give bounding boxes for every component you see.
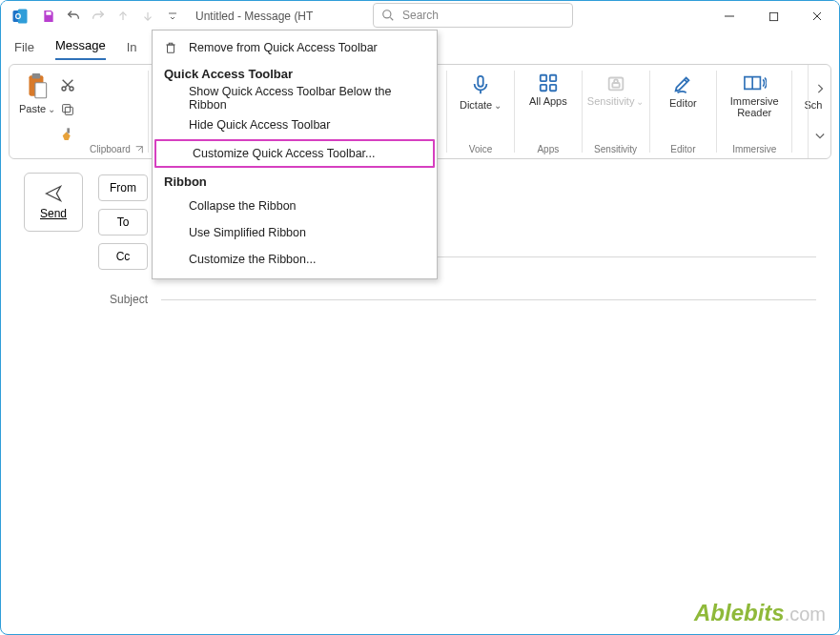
chevron-down-icon: ⌄ <box>48 104 55 114</box>
svg-rect-15 <box>478 76 483 87</box>
chevron-down-icon: ⌄ <box>494 100 502 111</box>
copy-icon[interactable] <box>57 99 78 120</box>
svg-rect-6 <box>32 73 41 78</box>
menu-item-collapse-ribbon[interactable]: Collapse the Ribbon <box>153 193 437 219</box>
group-label-sensitivity: Sensitivity <box>594 144 637 156</box>
svg-rect-10 <box>65 107 72 114</box>
ribbon-group-sensitivity: Sensitivity⌄ Sensitivity <box>583 65 649 158</box>
svg-rect-7 <box>35 83 47 98</box>
svg-rect-19 <box>550 85 556 91</box>
window-title: Untitled - Message (HT <box>195 10 313 23</box>
ribbon-group-voice: Dictate⌄ Voice <box>447 65 514 158</box>
cc-button[interactable]: Cc <box>98 243 148 270</box>
all-apps-button[interactable]: All Apps <box>522 69 574 107</box>
chevron-down-icon: ⌄ <box>636 96 644 107</box>
menu-item-customize-ribbon[interactable]: Customize the Ribbon... <box>153 246 437 273</box>
menu-item-hide-qat[interactable]: Hide Quick Access Toolbar <box>153 112 437 138</box>
ribbon-group-immersive: Immersive Reader Immersive <box>717 65 791 158</box>
ribbon-scroll-right-icon[interactable] <box>816 80 824 97</box>
group-label-clipboard: Clipboard <box>90 144 144 156</box>
svg-rect-4 <box>769 12 777 20</box>
tab-file[interactable]: File <box>14 40 34 60</box>
group-label-voice: Voice <box>469 144 492 156</box>
immersive-reader-button[interactable]: Immersive Reader <box>725 69 784 118</box>
subject-label: Subject <box>98 293 148 306</box>
svg-rect-18 <box>541 85 546 91</box>
send-label: Send <box>40 207 67 220</box>
cut-icon[interactable] <box>57 74 78 95</box>
clipboard-mini-buttons <box>57 69 78 145</box>
search-input[interactable]: Search <box>373 3 573 28</box>
minimize-button[interactable] <box>707 1 751 31</box>
svg-point-8 <box>62 87 66 91</box>
menu-header-qat: Quick Access Toolbar <box>153 61 437 85</box>
ribbon-group-apps: All Apps Apps <box>515 65 582 158</box>
quick-access-toolbar <box>37 5 184 28</box>
ribbon-group-editor: Editor Editor <box>649 65 716 158</box>
ribbon-group-clipboard: Paste⌄ <box>10 65 86 158</box>
undo-icon[interactable] <box>62 5 85 28</box>
watermark-suffix: .com <box>785 604 826 625</box>
redo-icon[interactable] <box>87 5 110 28</box>
outlook-compose-window: O Untitled - Message (HT <box>0 0 840 635</box>
down-arrow-icon <box>136 5 159 28</box>
send-button[interactable]: Send <box>24 173 83 232</box>
close-button[interactable] <box>795 1 839 31</box>
ribbon-collapse-icon[interactable] <box>815 127 825 144</box>
svg-rect-17 <box>550 75 556 81</box>
from-button[interactable]: From <box>98 174 148 201</box>
ribbon-overflow <box>808 65 830 158</box>
menu-item-simplified-ribbon[interactable]: Use Simplified Ribbon <box>153 219 437 246</box>
paste-button[interactable]: Paste⌄ <box>17 69 57 114</box>
menu-item-remove-from-qat[interactable]: Remove from Quick Access Toolbar <box>153 34 437 61</box>
tab-insert-truncated[interactable]: In <box>127 40 137 60</box>
trash-icon <box>162 41 179 54</box>
send-icon <box>43 184 64 203</box>
window-controls <box>707 1 839 31</box>
search-placeholder: Search <box>402 9 439 22</box>
title-bar: O Untitled - Message (HT <box>1 1 839 31</box>
svg-rect-21 <box>612 83 619 88</box>
to-button[interactable]: To <box>98 209 148 236</box>
up-arrow-icon <box>112 5 134 28</box>
dictate-button[interactable]: Dictate⌄ <box>455 69 506 111</box>
dialog-launcher-icon[interactable] <box>134 145 144 154</box>
outlook-icon: O <box>10 7 30 26</box>
group-label-immersive: Immersive <box>732 144 776 156</box>
svg-rect-16 <box>541 75 546 81</box>
qat-customize-dropdown-icon[interactable] <box>161 5 184 28</box>
qat-context-menu: Remove from Quick Access Toolbar Quick A… <box>152 30 438 279</box>
search-icon <box>381 9 395 22</box>
svg-rect-11 <box>63 105 71 113</box>
maximize-button[interactable] <box>751 1 795 31</box>
menu-item-customize-qat[interactable]: Customize Quick Access Toolbar... <box>154 139 435 168</box>
editor-button[interactable]: Editor <box>657 69 708 109</box>
svg-rect-22 <box>168 45 174 52</box>
save-icon[interactable] <box>37 5 60 28</box>
sensitivity-button: Sensitivity⌄ <box>590 69 642 107</box>
watermark: Ablebits.com <box>694 600 826 626</box>
subject-input-line[interactable] <box>161 299 816 300</box>
svg-rect-12 <box>67 128 70 133</box>
tab-message[interactable]: Message <box>55 38 106 60</box>
watermark-brand: Ablebits <box>694 600 785 625</box>
menu-item-show-qat-below[interactable]: Show Quick Access Toolbar Below the Ribb… <box>153 85 437 112</box>
format-painter-icon[interactable] <box>57 124 78 145</box>
svg-text:O: O <box>15 12 22 21</box>
svg-point-9 <box>70 87 73 91</box>
group-label-editor: Editor <box>670 144 695 156</box>
menu-header-ribbon: Ribbon <box>153 169 437 193</box>
svg-point-3 <box>383 10 391 18</box>
group-label-apps: Apps <box>537 144 559 156</box>
